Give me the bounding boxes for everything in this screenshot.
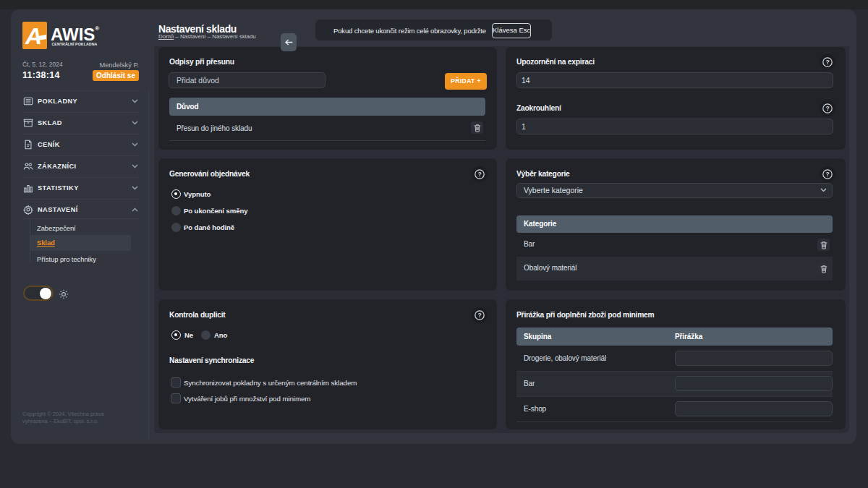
svg-text:?: ? [825, 59, 829, 66]
svg-text:?: ? [825, 171, 829, 178]
svg-text:?: ? [477, 312, 481, 319]
svg-text:?: ? [825, 105, 829, 112]
svg-text:?: ? [477, 171, 481, 178]
